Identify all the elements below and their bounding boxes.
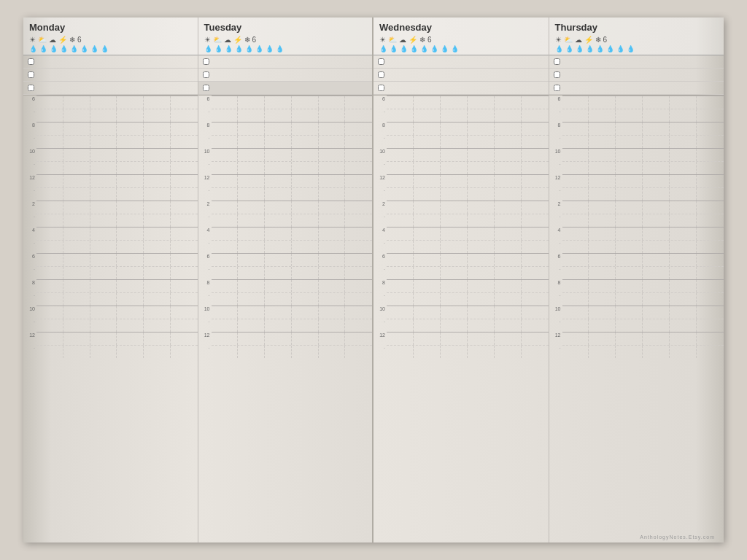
time-row--: -	[23, 345, 198, 358]
tuesday-checkboxes	[198, 55, 373, 96]
time-row--: -	[374, 292, 549, 306]
hour-label: 4	[374, 227, 387, 240]
grid-cell	[495, 332, 522, 345]
grid-cell	[589, 306, 616, 319]
grid-cell	[144, 109, 171, 122]
half-label: -	[549, 214, 562, 227]
checkbox-row[interactable]	[549, 69, 724, 82]
grid-cell	[63, 241, 90, 253]
time-row--: -	[374, 319, 549, 332]
checkbox-row[interactable]	[23, 69, 198, 82]
checkbox-1[interactable]	[28, 58, 34, 65]
grid-row	[387, 345, 549, 358]
grid-cell	[522, 267, 549, 279]
grid-cell	[697, 188, 724, 201]
grid-row	[36, 253, 198, 266]
checkbox-1[interactable]	[203, 58, 209, 65]
checkbox-2[interactable]	[554, 71, 560, 78]
checkbox-row[interactable]	[374, 55, 549, 69]
grid-cell	[468, 280, 495, 292]
grid-cell	[63, 293, 90, 306]
grid-cell	[238, 122, 265, 135]
grid-cell	[414, 162, 441, 174]
grid-cell	[468, 332, 495, 345]
grid-cell	[212, 175, 239, 187]
time-row--: -	[198, 187, 373, 201]
grid-cell	[63, 162, 90, 174]
checkbox-2[interactable]	[203, 71, 209, 78]
checkbox-3[interactable]	[554, 85, 560, 91]
grid-cell	[670, 346, 697, 358]
grid-cell	[441, 122, 468, 135]
time-row--: -	[549, 266, 724, 279]
grid-cell	[522, 332, 549, 345]
grid-cell	[468, 149, 495, 161]
time-row--: -	[549, 319, 724, 332]
grid-cell	[495, 254, 522, 266]
grid-cell	[495, 162, 522, 174]
grid-cell	[63, 175, 90, 187]
grid-cell	[319, 188, 346, 201]
grid-cell	[171, 228, 198, 240]
checkbox-row-highlighted[interactable]	[198, 82, 373, 95]
grid-cell	[387, 319, 414, 332]
time-row--: -	[549, 292, 724, 306]
time-row-12: 12	[549, 332, 724, 345]
time-row-4: 4	[549, 227, 724, 240]
checkbox-2[interactable]	[378, 71, 384, 78]
time-row-8: 8	[23, 122, 198, 135]
grid-cell	[117, 96, 144, 109]
time-row-12: 12	[374, 332, 549, 345]
checkbox-row[interactable]	[23, 82, 198, 95]
hour-label: 12	[549, 332, 562, 345]
checkbox-row[interactable]	[23, 55, 198, 69]
checkbox-row[interactable]	[198, 55, 373, 69]
half-label: -	[198, 109, 212, 122]
time-row--: -	[374, 240, 549, 253]
grid-cell	[589, 175, 616, 187]
grid-cell	[292, 162, 319, 174]
wednesday-weather-row1: ☀ ⛅ ☁ ⚡ ❄ 6	[379, 36, 543, 44]
grid-cell	[117, 228, 144, 240]
grid-cell	[36, 332, 63, 345]
grid-row	[36, 292, 198, 306]
grid-row	[212, 135, 373, 148]
grid-cell	[522, 228, 549, 240]
right-page: Wednesday ☀ ⛅ ☁ ⚡ ❄ 6 💧💧 💧💧 💧💧 💧💧	[374, 18, 724, 542]
wednesday-weather-row2: 💧💧 💧💧 💧💧 💧💧	[379, 45, 543, 52]
checkbox-row[interactable]	[374, 82, 549, 95]
checkbox-row[interactable]	[549, 82, 724, 95]
grid-cell	[212, 280, 239, 292]
checkbox-3[interactable]	[378, 85, 384, 91]
checkbox-3[interactable]	[203, 85, 209, 91]
grid-cell	[144, 162, 171, 174]
grid-cell	[468, 267, 495, 279]
checkbox-row[interactable]	[198, 69, 373, 82]
grid-cell	[495, 346, 522, 358]
grid-cell	[238, 201, 265, 214]
grid-cell	[414, 188, 441, 201]
checkbox-1[interactable]	[554, 58, 560, 65]
time-row-8: 8	[549, 122, 724, 135]
grid-cell	[670, 319, 697, 332]
time-row--: -	[374, 214, 549, 227]
grid-cell	[562, 201, 589, 214]
time-row--: -	[374, 187, 549, 201]
grid-cell	[616, 332, 643, 345]
checkbox-1[interactable]	[378, 58, 384, 65]
checkbox-2[interactable]	[28, 71, 34, 78]
grid-row	[36, 187, 198, 201]
cloud-sun-icon: ⛅	[38, 36, 47, 44]
grid-cell	[697, 96, 724, 109]
checkbox-row[interactable]	[374, 69, 549, 82]
grid-cell	[345, 188, 372, 201]
checkbox-row[interactable]	[549, 55, 724, 69]
monday-time-grid: 6-8-10-12-2-4-6-8-10-12-	[23, 96, 198, 542]
grid-row	[212, 227, 373, 240]
checkbox-3[interactable]	[28, 85, 34, 91]
grid-cell	[212, 228, 239, 240]
grid-cell	[90, 293, 117, 306]
snow-icon: ❄	[244, 36, 250, 44]
time-row-2: 2	[374, 201, 549, 214]
grid-cell	[292, 109, 319, 122]
